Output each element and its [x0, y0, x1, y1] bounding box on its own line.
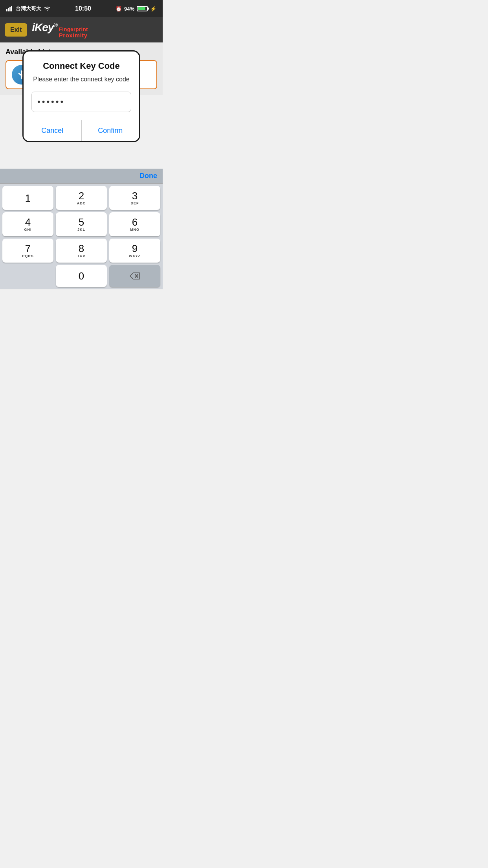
key-4-sub: GHI — [24, 228, 31, 232]
key-8-main: 8 — [79, 243, 84, 254]
app-title-proximity: Proximity — [59, 32, 88, 39]
battery-percent: 94% — [124, 6, 134, 12]
app-title-wrap: iKey® Fingerprint Proximity — [32, 21, 88, 39]
key-3-sub: DEF — [131, 201, 139, 205]
key-3-main: 3 — [132, 191, 138, 201]
wifi-icon — [44, 6, 51, 11]
key-0-main: 0 — [79, 271, 84, 281]
keyboard-grid: 1 2 ABC 3 DEF 4 GHI 5 JKL 6 MNO 7 PQRS 8 — [0, 184, 163, 289]
status-right: ⏰ 94% ⚡ — [116, 6, 156, 12]
dialog-overlay: Connect Key Code Please enter the connec… — [0, 42, 163, 150]
dialog-body: Connect Key Code Please enter the connec… — [24, 51, 139, 120]
key-7-sub: PQRS — [22, 254, 34, 258]
key-5[interactable]: 5 JKL — [56, 212, 107, 236]
key-9-sub: WXYZ — [129, 254, 141, 258]
key-6-main: 6 — [132, 217, 138, 227]
svg-rect-2 — [9, 7, 11, 11]
key-empty — [2, 265, 53, 287]
key-9[interactable]: 9 WXYZ — [109, 239, 160, 263]
keyboard-toolbar: Done — [0, 169, 163, 184]
key-5-main: 5 — [79, 217, 84, 227]
key-2-main: 2 — [79, 191, 84, 201]
key-6-sub: MNO — [130, 228, 139, 232]
key-4[interactable]: 4 GHI — [2, 212, 53, 236]
delete-icon — [129, 272, 140, 280]
app-header: Exit iKey® Fingerprint Proximity — [0, 17, 163, 42]
svg-rect-3 — [11, 6, 12, 11]
dialog-buttons: Cancel Confirm — [24, 120, 139, 141]
alarm-icon: ⏰ — [116, 6, 122, 12]
key-0[interactable]: 0 — [56, 265, 107, 287]
status-time: 10:50 — [75, 5, 91, 12]
svg-rect-0 — [6, 9, 7, 11]
key-8[interactable]: 8 TUV — [56, 239, 107, 263]
key-6[interactable]: 6 MNO — [109, 212, 160, 236]
cancel-button[interactable]: Cancel — [24, 120, 82, 141]
app-title-fingerprint: Fingerprint — [59, 27, 88, 32]
battery-fill — [138, 7, 145, 10]
status-carrier: 台灣大哥大 — [6, 5, 51, 12]
key-4-main: 4 — [25, 217, 31, 227]
keyboard-area: Done 1 2 ABC 3 DEF 4 GHI 5 JKL 6 MNO 7 — [0, 169, 163, 289]
key-delete[interactable] — [109, 265, 160, 287]
key-1-main: 1 — [25, 193, 31, 203]
dialog-message: Please enter the connect key code — [31, 75, 131, 84]
key-7-main: 7 — [25, 243, 31, 254]
status-bar: 台灣大哥大 10:50 ⏰ 94% ⚡ — [0, 0, 163, 17]
key-7[interactable]: 7 PQRS — [2, 239, 53, 263]
key-2[interactable]: 2 ABC — [56, 186, 107, 210]
signal-icon — [6, 6, 13, 11]
charging-icon: ⚡ — [150, 6, 156, 12]
dialog-box: Connect Key Code Please enter the connec… — [22, 50, 140, 142]
exit-button[interactable]: Exit — [5, 23, 27, 37]
key-5-sub: JKL — [77, 228, 85, 232]
svg-rect-1 — [8, 8, 9, 11]
dialog-title: Connect Key Code — [31, 61, 131, 71]
key-2-sub: ABC — [77, 201, 86, 205]
key-3[interactable]: 3 DEF — [109, 186, 160, 210]
key-1[interactable]: 1 — [2, 186, 53, 210]
app-title-main: iKey® — [32, 21, 57, 34]
keyboard-done-button[interactable]: Done — [139, 172, 157, 180]
key-9-main: 9 — [132, 243, 138, 254]
carrier-label: 台灣大哥大 — [16, 5, 41, 12]
confirm-button[interactable]: Confirm — [82, 120, 139, 141]
connect-code-input[interactable] — [31, 92, 131, 112]
battery-icon — [137, 6, 148, 11]
key-8-sub: TUV — [77, 254, 86, 258]
